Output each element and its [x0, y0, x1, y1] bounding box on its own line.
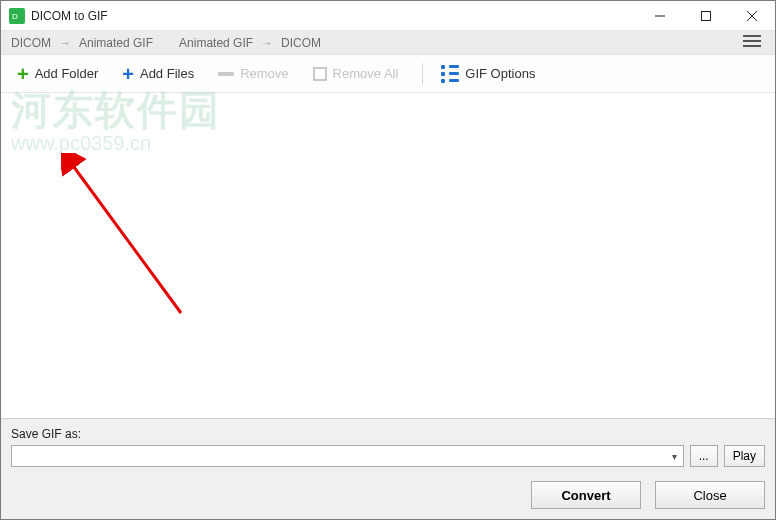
square-icon: [313, 67, 327, 81]
watermark-url: www.pc0359.cn: [11, 132, 221, 155]
chevron-down-icon: ▾: [672, 451, 677, 462]
button-label: Add Folder: [35, 66, 99, 81]
list-icon: [441, 65, 459, 83]
button-label: Close: [693, 488, 726, 503]
breadcrumb-item[interactable]: DICOM: [11, 36, 51, 50]
button-label: Convert: [561, 488, 610, 503]
button-label: Remove All: [333, 66, 399, 81]
app-icon: D: [9, 8, 25, 24]
minus-icon: [218, 72, 234, 76]
plus-icon: +: [122, 64, 134, 84]
remove-button: Remove: [212, 63, 294, 84]
gif-options-button[interactable]: GIF Options: [435, 62, 541, 86]
play-button[interactable]: Play: [724, 445, 765, 467]
close-window-button[interactable]: [729, 1, 775, 31]
toolbar: + Add Folder + Add Files Remove Remove A…: [1, 55, 775, 93]
add-folder-button[interactable]: + Add Folder: [11, 61, 104, 87]
breadcrumb-item[interactable]: Animated GIF: [79, 36, 153, 50]
hamburger-menu-button[interactable]: [739, 32, 765, 53]
arrow-right-icon: →: [59, 36, 71, 50]
svg-line-9: [71, 163, 181, 313]
app-window: D DICOM to GIF DICOM → Animated GIF Anim…: [0, 0, 776, 520]
close-button[interactable]: Close: [655, 481, 765, 509]
add-files-button[interactable]: + Add Files: [116, 61, 200, 87]
button-label: Add Files: [140, 66, 194, 81]
svg-rect-3: [702, 11, 711, 20]
save-as-label: Save GIF as:: [11, 427, 765, 441]
save-path-row: ▾ ... Play: [11, 445, 765, 467]
plus-icon: +: [17, 64, 29, 84]
convert-button[interactable]: Convert: [531, 481, 641, 509]
action-button-row: Convert Close: [11, 481, 765, 509]
mode-bar: DICOM → Animated GIF Animated GIF → DICO…: [1, 31, 775, 55]
browse-button[interactable]: ...: [690, 445, 718, 467]
window-title: DICOM to GIF: [31, 9, 108, 23]
save-path-combobox[interactable]: ▾: [11, 445, 684, 467]
arrow-right-icon: →: [261, 36, 273, 50]
svg-text:D: D: [12, 12, 18, 21]
watermark: 河东软件园 www.pc0359.cn: [11, 83, 221, 155]
minimize-button[interactable]: [637, 1, 683, 31]
title-bar: D DICOM to GIF: [1, 1, 775, 31]
file-list-area: 河东软件园 www.pc0359.cn: [1, 93, 775, 418]
hamburger-icon: [743, 34, 761, 48]
button-label: GIF Options: [465, 66, 535, 81]
maximize-button[interactable]: [683, 1, 729, 31]
button-label: Remove: [240, 66, 288, 81]
toolbar-divider: [422, 63, 423, 85]
bottom-panel: Save GIF as: ▾ ... Play Convert Close: [1, 418, 775, 519]
button-label: Play: [733, 449, 756, 463]
separator: [161, 36, 171, 50]
button-label: ...: [699, 449, 709, 463]
remove-all-button: Remove All: [307, 63, 405, 84]
annotation-arrow: [61, 153, 201, 333]
breadcrumb-item[interactable]: Animated GIF: [179, 36, 253, 50]
breadcrumb-item[interactable]: DICOM: [281, 36, 321, 50]
